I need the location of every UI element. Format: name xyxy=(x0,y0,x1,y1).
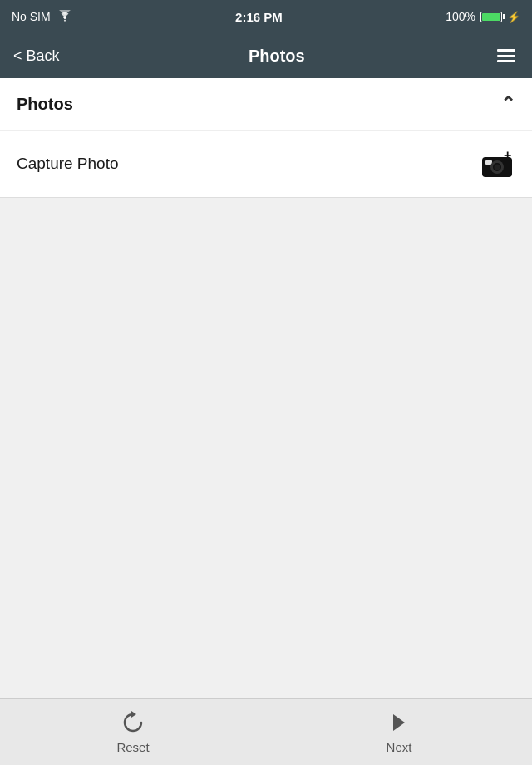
reset-icon xyxy=(121,710,145,735)
svg-marker-6 xyxy=(131,711,136,718)
hamburger-line-3 xyxy=(497,60,515,62)
photos-section: Photos ⌃ Capture Photo + xyxy=(0,78,532,198)
back-label[interactable]: < Back xyxy=(13,47,60,65)
lightning-icon: ⚡ xyxy=(507,11,520,23)
hamburger-line-2 xyxy=(497,55,515,57)
bottom-toolbar: Reset Next xyxy=(0,698,532,765)
svg-point-5 xyxy=(495,165,500,170)
carrier-label: No SIM xyxy=(12,10,51,23)
reset-label: Reset xyxy=(116,740,149,754)
capture-photo-icon[interactable]: + xyxy=(482,149,515,179)
status-left: No SIM xyxy=(12,10,72,24)
status-bar: No SIM 2:16 PM 100% ⚡ xyxy=(0,0,532,33)
page-title: Photos xyxy=(249,47,305,66)
battery-percent-label: 100% xyxy=(446,10,475,23)
chevron-up-icon[interactable]: ⌃ xyxy=(500,93,515,115)
wifi-icon xyxy=(57,10,72,24)
status-time: 2:16 PM xyxy=(235,10,283,24)
svg-marker-7 xyxy=(393,714,405,731)
back-button[interactable]: < Back xyxy=(13,47,60,65)
capture-photo-row[interactable]: Capture Photo + xyxy=(0,131,532,197)
next-button[interactable]: Next xyxy=(357,710,441,754)
reset-button[interactable]: Reset xyxy=(91,710,175,754)
photos-section-header: Photos ⌃ xyxy=(0,78,532,131)
capture-photo-label: Capture Photo xyxy=(17,155,119,173)
hamburger-line-1 xyxy=(497,49,515,52)
next-label: Next xyxy=(387,740,412,754)
nav-bar: < Back Photos xyxy=(0,33,532,78)
main-content: Photos ⌃ Capture Photo + xyxy=(0,78,532,698)
hamburger-menu-button[interactable] xyxy=(494,46,519,66)
next-arrow-icon xyxy=(387,710,411,735)
svg-rect-2 xyxy=(485,160,492,165)
photos-section-title: Photos xyxy=(17,95,73,114)
status-right: 100% ⚡ xyxy=(446,10,520,23)
battery-icon xyxy=(480,12,502,22)
